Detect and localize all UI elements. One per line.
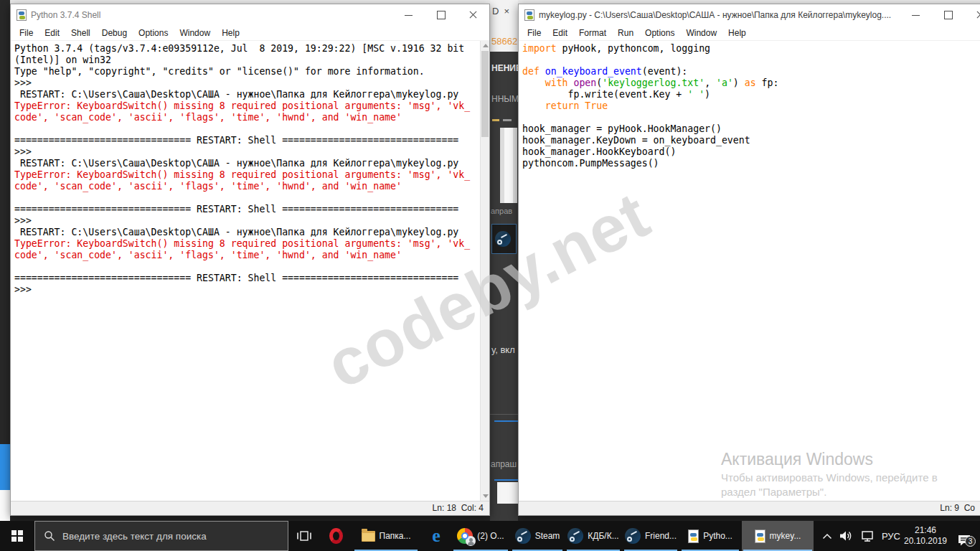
browser-number-fragment: 58662 (491, 36, 517, 47)
menu-help[interactable]: Help (216, 27, 245, 39)
menu-file[interactable]: File (522, 27, 547, 39)
shell-content[interactable]: Python 3.7.4 (tags/v3.7.4:e09359112e, Ju… (11, 41, 489, 501)
menu-window[interactable]: Window (174, 27, 216, 39)
scroll-up-icon[interactable] (483, 44, 489, 47)
browser-ui-fragment (492, 119, 499, 121)
taskbar-mykeylog-button[interactable]: mykey... (742, 521, 814, 551)
edge-icon: e (432, 527, 440, 545)
python-file-icon (755, 529, 765, 543)
menu-options[interactable]: Options (133, 27, 174, 39)
menu-edit[interactable]: Edit (547, 27, 573, 39)
notification-badge: 3 (965, 536, 976, 547)
tray-show-hidden-icons[interactable] (819, 521, 836, 551)
task-view-button[interactable] (288, 521, 320, 551)
browser-ui-fragment (503, 119, 512, 121)
menu-edit[interactable]: Edit (39, 27, 65, 39)
minimize-button[interactable] (900, 4, 932, 25)
taskbar-button-label: КДБ/К... (588, 531, 618, 541)
editor-window: mykeylog.py - C:\Users\Саша\Desktop\САША… (518, 4, 980, 516)
editor-content[interactable]: import pyHook, pythoncom, logging def on… (519, 41, 980, 501)
activation-title: Активация Windows (721, 450, 965, 469)
shell-scrollbar[interactable] (480, 41, 489, 501)
taskbar-button-label: Pytho... (703, 531, 732, 541)
taskbar-button-label: Папка... (380, 531, 411, 541)
tray-language-indicator[interactable]: РУС (878, 521, 904, 551)
menu-shell[interactable]: Shell (65, 27, 96, 39)
tray-volume-button[interactable] (837, 521, 856, 551)
editor-window-title: mykeylog.py - C:\Users\Саша\Desktop\САША… (539, 10, 891, 20)
taskbar-steam-friends-button[interactable]: Friend... (623, 521, 679, 551)
windows-activation-watermark: Активация Windows Чтобы активировать Win… (721, 450, 965, 498)
python-file-icon (688, 529, 699, 543)
menu-help[interactable]: Help (722, 27, 752, 39)
maximize-button[interactable] (425, 4, 457, 25)
taskbar-button-label: mykey... (770, 531, 801, 541)
maximize-button[interactable] (932, 4, 964, 25)
taskbar-edge-button[interactable]: e (420, 521, 452, 551)
taskbar-python-shell-button[interactable]: Pytho... (680, 521, 740, 551)
search-input[interactable] (62, 531, 278, 542)
chrome-icon (457, 528, 473, 544)
activation-line2: раздел "Параметры". (721, 486, 965, 498)
taskbar: Папка... e (2) O... Steam КДБ/К... Frien… (0, 521, 980, 551)
shell-window-title: Python 3.7.4 Shell (31, 10, 100, 20)
menu-debug[interactable]: Debug (96, 27, 133, 39)
scrollbar-thumb[interactable] (481, 51, 489, 137)
steam-icon (495, 231, 511, 247)
shell-titlebar[interactable]: Python 3.7.4 Shell (11, 4, 489, 25)
editor-statusbar: Ln: 9 Co (519, 501, 980, 515)
folder-icon (362, 531, 375, 542)
menu-window[interactable]: Window (680, 27, 722, 39)
browser-text-fragment: аправ (491, 207, 512, 215)
menu-file[interactable]: File (14, 27, 39, 39)
steam-avatar-fragment (491, 224, 517, 254)
menu-options[interactable]: Options (639, 27, 680, 39)
chrome-profile-badge (466, 536, 476, 546)
minimize-button[interactable] (392, 4, 425, 25)
tray-time: 21:46 (904, 525, 947, 536)
taskbar-opera-button[interactable] (320, 521, 352, 551)
task-view-icon (297, 530, 311, 542)
divider (490, 414, 518, 415)
steam-icon (625, 528, 641, 544)
steam-icon (567, 528, 583, 544)
browser-text-fragment: НЕНИЕ (491, 63, 518, 73)
browser-accent-line (494, 420, 518, 422)
taskbar-button-label: Friend... (645, 531, 677, 541)
taskbar-steam-window-button[interactable]: КДБ/К... (565, 521, 621, 551)
windows-logo-icon (11, 530, 23, 542)
idle-window-icon (17, 9, 27, 21)
editor-code-text[interactable]: import pyHook, pythoncom, logging def on… (522, 43, 980, 501)
browser-accent-line (494, 479, 518, 481)
editor-titlebar[interactable]: mykeylog.py - C:\Users\Саша\Desktop\САША… (519, 4, 980, 25)
taskbar-folder-button[interactable]: Папка... (353, 521, 419, 551)
tray-date: 20.10.2019 (904, 536, 947, 547)
scroll-down-icon[interactable] (483, 494, 489, 498)
browser-scroll-fragment (500, 128, 517, 203)
shell-output-text[interactable]: Python 3.7.4 (tags/v3.7.4:e09359112e, Ju… (14, 43, 479, 501)
menu-format[interactable]: Format (573, 27, 612, 39)
browser-ui-fragment (497, 482, 518, 504)
steam-icon (515, 528, 531, 544)
python-shell-window: Python 3.7.4 Shell File Edit Shell Debug… (10, 4, 490, 516)
tray-clock[interactable]: 21:46 20.10.2019 (903, 521, 948, 551)
activation-line1: Чтобы активировать Windows, перейдите в (721, 471, 965, 484)
tray-action-center-button[interactable]: 3 (948, 521, 980, 551)
browser-tab-fragment: D × 58662 (490, 0, 518, 52)
browser-text-fragment: у, вкл (491, 344, 515, 355)
background-window-fragment (0, 490, 10, 521)
taskbar-chrome-button[interactable]: (2) O... (452, 521, 509, 551)
browser-text-fragment: ННЫМИ (491, 94, 518, 104)
opera-icon (329, 528, 343, 544)
start-button[interactable] (0, 521, 34, 551)
browser-tab-text: D × (492, 6, 509, 17)
close-button[interactable] (457, 4, 489, 25)
tray-network-button[interactable] (857, 521, 877, 551)
taskbar-steam-button[interactable]: Steam (511, 521, 564, 551)
close-button[interactable] (964, 4, 980, 25)
menu-run[interactable]: Run (612, 27, 639, 39)
desktop-screen: D × 58662 НЕНИЕ ННЫМИ аправ у, вкл апраш… (0, 0, 980, 551)
taskbar-search[interactable] (34, 521, 288, 551)
speaker-icon (839, 530, 854, 542)
network-icon (860, 530, 875, 542)
